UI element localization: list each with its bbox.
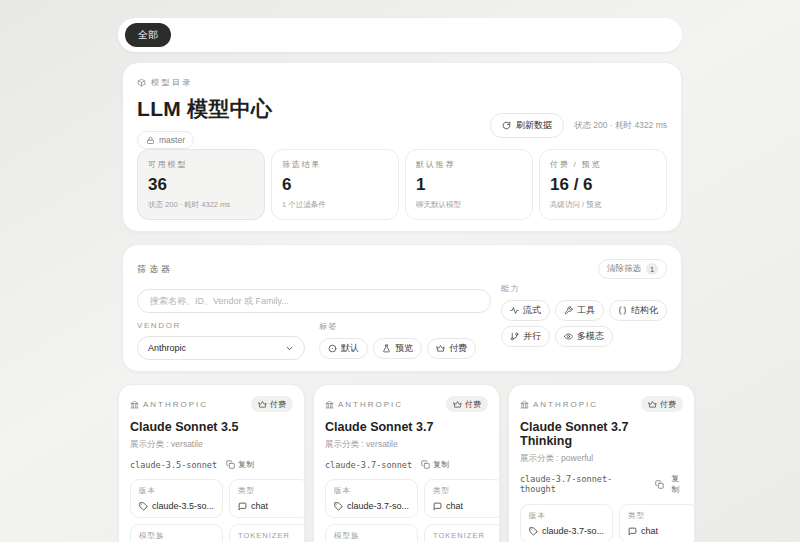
stat-filter-results: 筛选结果 6 1 个过滤条件	[271, 149, 399, 220]
capability-chip-tools[interactable]: 工具	[555, 300, 604, 321]
chevron-down-icon	[285, 344, 294, 353]
refresh-label: 刷新数据	[516, 119, 552, 132]
spec-version: 版本 claude-3.7-so...	[325, 479, 418, 518]
header-actions: 刷新数据 状态 200 · 耗时 4322 ms	[490, 113, 667, 138]
model-card-claude-sonnet-3-5[interactable]: ANTHROPIC 付费 Claude Sonnet 3.5 展示分类 : ve…	[118, 384, 305, 542]
filter-panel: 筛选器 清除筛选 1 能力 流式 工具 结构化	[122, 244, 682, 372]
search-input[interactable]	[137, 289, 491, 313]
stat-label: 付费 / 预览	[550, 159, 656, 170]
vendor-name: ANTHROPIC	[143, 400, 208, 409]
capabilities-label: 能力	[501, 283, 673, 294]
model-title: Claude Sonnet 3.7	[325, 420, 488, 434]
capability-chip-multimodal[interactable]: 多模态	[555, 326, 613, 347]
crown-icon	[436, 344, 445, 353]
copy-label: 复制	[433, 459, 449, 470]
model-card-claude-sonnet-3-7-thinking[interactable]: ANTHROPIC 付费 Claude Sonnet 3.7 Thinking …	[508, 384, 695, 542]
copy-button[interactable]: 复制	[655, 473, 683, 495]
model-id-row: claude-3.7-sonnet-thought 复制	[520, 473, 683, 495]
landmark-icon	[520, 400, 529, 409]
chip-label: 付费	[449, 342, 467, 355]
spec-label: TOKENIZER	[433, 531, 495, 540]
tags-block: 标签 默认 预览 付费	[319, 321, 476, 359]
chip-label: 并行	[523, 330, 541, 343]
spec-type: 类型 chat	[424, 479, 504, 518]
target-icon	[328, 344, 337, 353]
model-id: claude-3.7-sonnet-thought	[520, 474, 646, 494]
chip-label: 默认	[341, 342, 359, 355]
capability-chip-structured[interactable]: 结构化	[609, 300, 667, 321]
eye-icon	[564, 332, 573, 341]
stat-default-recommended: 默认推荐 1 聊天默认模型	[405, 149, 533, 220]
spec-type: 类型 chat	[229, 479, 309, 518]
capability-chips: 流式 工具 结构化 并行 多模态	[501, 300, 673, 347]
paid-badge: 付费	[446, 396, 488, 412]
vendor-select-value: Anthropic	[148, 343, 186, 353]
vendor-label: VENDOR	[137, 321, 305, 330]
tag-chip-default[interactable]: 默认	[319, 338, 368, 359]
activity-icon	[510, 306, 519, 315]
chip-label: 预览	[395, 342, 413, 355]
chat-icon	[433, 502, 442, 511]
stat-sub: 高级访问 / 预览	[550, 200, 656, 210]
model-category: 展示分类 : versatile	[325, 439, 488, 451]
branch-icon	[510, 332, 519, 341]
chat-icon	[628, 527, 637, 536]
capability-chip-parallel[interactable]: 并行	[501, 326, 550, 347]
chip-label: 结构化	[631, 304, 658, 317]
stat-sub: 1 个过滤条件	[282, 200, 388, 210]
model-category: 展示分类 : powerful	[520, 453, 683, 465]
spec-label: 版本	[529, 511, 604, 521]
spec-value: claude-3.7-so...	[542, 526, 604, 536]
copy-button[interactable]: 复制	[226, 459, 254, 470]
model-card-claude-sonnet-3-7[interactable]: ANTHROPIC 付费 Claude Sonnet 3.7 展示分类 : ve…	[313, 384, 500, 542]
vendor-name: ANTHROPIC	[338, 400, 403, 409]
vendor-block: VENDOR Anthropic	[137, 321, 305, 360]
model-id-row: claude-3.5-sonnet 复制	[130, 459, 293, 470]
chip-label: 多模态	[577, 330, 604, 343]
braces-icon	[618, 306, 627, 315]
model-id-row: claude-3.7-sonnet 复制	[325, 459, 488, 470]
stat-label: 可用模型	[148, 159, 254, 170]
stat-value: 16 / 6	[550, 175, 656, 195]
spec-value: chat	[641, 526, 658, 536]
spec-label: 模型族	[334, 531, 409, 541]
refresh-button[interactable]: 刷新数据	[490, 113, 564, 138]
stat-value: 1	[416, 175, 522, 195]
copy-label: 复制	[238, 459, 254, 470]
spec-tokenizer: TOKENIZER o200k_base	[229, 524, 309, 542]
spec-type: 类型 chat	[619, 504, 699, 542]
paid-badge: 付费	[641, 396, 683, 412]
chip-label: 工具	[577, 304, 595, 317]
tag-chip-preview[interactable]: 预览	[373, 338, 422, 359]
stat-paid-preview: 付费 / 预览 16 / 6 高级访问 / 预览	[539, 149, 667, 220]
stat-sub: 聊天默认模型	[416, 200, 522, 210]
spec-value: claude-3.7-so...	[347, 501, 409, 511]
page: 全部 模型目录 LLM 模型中心 master 刷新数据 状态 200 · 耗时…	[0, 0, 800, 542]
filter-header: 筛选器 清除筛选 1	[137, 259, 667, 279]
capabilities-block: 能力 流式 工具 结构化 并行	[501, 283, 673, 347]
lock-icon	[146, 136, 155, 145]
clear-filters-button[interactable]: 清除筛选 1	[598, 259, 667, 279]
model-id: claude-3.7-sonnet	[325, 460, 412, 470]
tag-chip-paid[interactable]: 付费	[427, 338, 476, 359]
spec-label: 版本	[334, 486, 409, 496]
tag-icon	[139, 502, 148, 511]
vendor-select[interactable]: Anthropic	[137, 336, 305, 360]
crown-icon	[258, 400, 267, 409]
stat-sub: 状态 200 · 耗时 4322 ms	[148, 200, 254, 210]
branch-badge: master	[137, 131, 194, 149]
spec-tokenizer: TOKENIZER o200k_base	[424, 524, 504, 542]
copy-button[interactable]: 复制	[421, 459, 449, 470]
copy-label: 复制	[667, 473, 683, 495]
spec-value: chat	[446, 501, 463, 511]
wrench-icon	[564, 306, 573, 315]
spec-grid: 版本 claude-3.7-so... 类型 chat 模型族 claude-3…	[325, 479, 488, 542]
tag-chips: 默认 预览 付费	[319, 338, 476, 359]
capability-chip-streaming[interactable]: 流式	[501, 300, 550, 321]
model-title: Claude Sonnet 3.5	[130, 420, 293, 434]
model-category: 展示分类 : versatile	[130, 439, 293, 451]
spec-grid: 版本 claude-3.5-so... 类型 chat 模型族 claude-3…	[130, 479, 293, 542]
filter-all-button[interactable]: 全部	[125, 23, 171, 47]
cube-icon	[137, 78, 146, 87]
landmark-icon	[325, 400, 334, 409]
